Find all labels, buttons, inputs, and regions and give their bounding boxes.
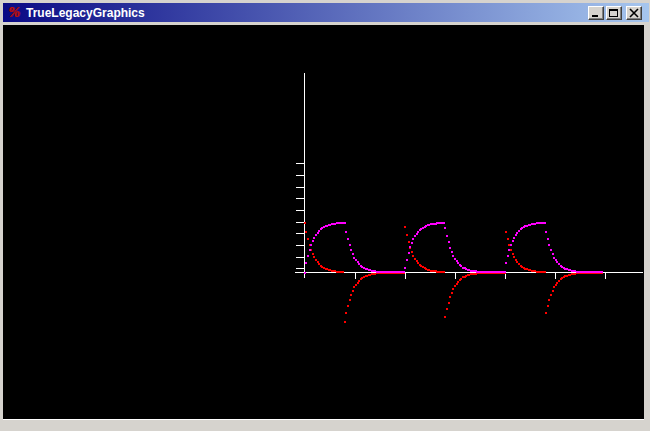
window-title: TrueLegacyGraphics bbox=[26, 6, 145, 20]
waveform-plot-canvas bbox=[3, 25, 644, 419]
app-icon[interactable]: % bbox=[6, 5, 22, 21]
titlebar[interactable]: % TrueLegacyGraphics bbox=[3, 3, 649, 22]
plot-client-area bbox=[3, 25, 644, 419]
window-controls bbox=[588, 6, 647, 20]
maximize-icon bbox=[608, 8, 620, 18]
minimize-button[interactable] bbox=[588, 6, 604, 20]
minimize-icon bbox=[590, 8, 602, 18]
close-icon bbox=[628, 8, 640, 18]
app-window: % TrueLegacyGraphics bbox=[0, 0, 652, 431]
close-button[interactable] bbox=[626, 6, 642, 20]
maximize-button[interactable] bbox=[606, 6, 622, 20]
